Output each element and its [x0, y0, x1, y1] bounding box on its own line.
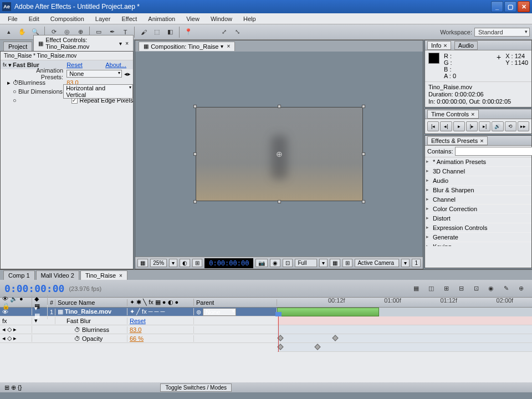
workspace-select[interactable]: Standard: [474, 28, 530, 37]
tab-effect-controls[interactable]: ▦ Effect Controls: Tino_Raise.mov ▾ ×: [33, 35, 134, 51]
menu-composition[interactable]: Composition: [45, 14, 90, 23]
handle-icon[interactable]: [193, 200, 197, 203]
keyframe-track[interactable]: [277, 334, 532, 343]
dropdown-icon[interactable]: ▾: [319, 259, 328, 267]
tab-mallvideo2[interactable]: Mall Video 2: [36, 270, 79, 280]
loop-button[interactable]: ⟲: [505, 121, 516, 131]
fx-icon[interactable]: fx: [3, 62, 8, 68]
nav-arrows-icon[interactable]: ◂▸: [122, 70, 133, 78]
effect-prop-row[interactable]: fx ▾ Fast Blur Reset: [0, 316, 277, 325]
tab-tinoraise[interactable]: Tino_Raise ×: [80, 270, 127, 280]
view-icon[interactable]: ▦: [330, 259, 340, 267]
handle-icon[interactable]: [278, 200, 281, 203]
preset-folder[interactable]: Color Correction: [425, 204, 531, 214]
axis-icon[interactable]: ⤢: [218, 26, 230, 38]
stopwatch-icon[interactable]: ○: [13, 97, 18, 104]
prev-frame-button[interactable]: ◂|: [440, 121, 452, 131]
audio-button[interactable]: 🔊: [492, 121, 503, 131]
hand-icon[interactable]: ✋: [16, 26, 28, 38]
layer-bar-track[interactable]: [277, 316, 532, 325]
disclosure-icon[interactable]: ▸: [7, 79, 13, 86]
tab-info[interactable]: Info×: [427, 41, 451, 50]
tl-icon[interactable]: ✎: [500, 283, 512, 295]
track-row[interactable]: [277, 325, 532, 334]
dropdown-icon[interactable]: ▾: [401, 259, 410, 267]
preset-folder[interactable]: 3D Channel: [425, 167, 531, 176]
contains-input[interactable]: [455, 147, 532, 156]
view-icon[interactable]: ⊞: [342, 259, 352, 267]
menu-view[interactable]: View: [181, 14, 205, 23]
preset-folder[interactable]: Generate: [425, 233, 531, 242]
reset-link[interactable]: Reset: [66, 62, 105, 68]
presets-select[interactable]: None: [66, 70, 122, 78]
close-icon[interactable]: ×: [227, 43, 230, 49]
preset-folder[interactable]: Expression Controls: [425, 223, 531, 233]
close-icon[interactable]: ×: [480, 137, 483, 144]
handle-icon[interactable]: [278, 105, 281, 108]
preset-folder[interactable]: Blur & Sharpen: [425, 186, 531, 195]
disclosure-icon[interactable]: ▾: [8, 62, 13, 69]
current-time[interactable]: 0:00:00:00: [4, 283, 64, 294]
effect-prop-row[interactable]: ◂ ◇ ▸ ⏱ Opacity 66 %: [0, 334, 277, 343]
work-area-bar[interactable]: [277, 308, 532, 316]
close-icon[interactable]: ×: [471, 111, 474, 117]
close-icon[interactable]: ×: [125, 40, 129, 47]
first-frame-button[interactable]: |◂: [427, 121, 439, 131]
next-frame-button[interactable]: |▸: [466, 121, 478, 131]
axis2-icon[interactable]: ⤡: [231, 26, 243, 38]
tl-icon[interactable]: ▦: [410, 283, 422, 295]
stamp-icon[interactable]: ⬚: [151, 26, 163, 38]
layer-row[interactable]: 👁 ▾ ▦ 1 ▦ Tino_Raise.mov ✦ ╱ fx ─ ─ ─ ⊚ …: [0, 308, 277, 316]
tl-icon[interactable]: ◫: [425, 283, 437, 295]
menu-edit[interactable]: Edit: [23, 14, 45, 23]
menu-file[interactable]: File: [2, 14, 23, 23]
tab-time-controls[interactable]: Time Controls×: [427, 110, 479, 119]
preset-folder[interactable]: Audio: [425, 176, 531, 186]
eraser-icon[interactable]: ◧: [164, 26, 176, 38]
layer-bounds[interactable]: ⊕: [196, 107, 363, 201]
preset-folder[interactable]: Channel: [425, 195, 531, 204]
menu-help[interactable]: Help: [238, 14, 262, 23]
timecode-display[interactable]: 0:00:00:00: [204, 258, 253, 268]
menu-layer[interactable]: Layer: [90, 14, 116, 23]
zoom-select[interactable]: 25%: [150, 259, 167, 267]
handle-icon[interactable]: [193, 105, 197, 108]
toggle-switches-button[interactable]: Toggle Switches / Modes: [160, 383, 232, 392]
handle-icon[interactable]: [362, 105, 365, 108]
snapshot-icon[interactable]: 📷: [255, 259, 268, 267]
playhead[interactable]: [278, 316, 279, 352]
ram-preview-button[interactable]: ▸▸: [518, 121, 529, 131]
work-area[interactable]: [277, 308, 379, 316]
region-icon[interactable]: ⊡: [283, 259, 293, 267]
menu-animation[interactable]: Animation: [142, 14, 181, 23]
maximize-button[interactable]: ▢: [504, 1, 516, 12]
close-button[interactable]: ✕: [518, 1, 530, 12]
puppet-icon[interactable]: 📍: [182, 26, 195, 38]
preset-folder[interactable]: Distort: [425, 214, 531, 223]
grid-icon[interactable]: ▦: [137, 259, 148, 267]
tab-comp1[interactable]: Comp 1: [3, 270, 35, 280]
play-button[interactable]: ▸: [453, 121, 465, 131]
tl-icon[interactable]: ⊞: [440, 283, 452, 295]
handle-icon[interactable]: [362, 152, 365, 156]
tab-composition[interactable]: ▦ Composition: Tino_Raise ▾ ×: [139, 42, 235, 51]
tab-project[interactable]: Project: [3, 42, 32, 51]
blurdim-select[interactable]: Horizontal and Vertical: [63, 84, 133, 99]
expand-icon[interactable]: ⊞ ⊕ {}: [4, 384, 22, 391]
about-link[interactable]: About...: [105, 62, 133, 68]
effect-prop-row[interactable]: ◂ ◇ ▸ ⏱ Blurriness 83.0: [0, 325, 277, 334]
handle-icon[interactable]: [362, 200, 365, 203]
res-icon[interactable]: ⊞: [192, 259, 202, 267]
handle-icon[interactable]: [193, 152, 197, 156]
close-icon[interactable]: ×: [119, 273, 122, 279]
channel-icon[interactable]: ◐: [180, 259, 190, 267]
close-icon[interactable]: ×: [443, 42, 447, 49]
preset-folder[interactable]: Keying: [425, 242, 531, 246]
show-icon[interactable]: ◉: [270, 259, 280, 267]
menu-effect[interactable]: Effect: [116, 14, 142, 23]
views-icon[interactable]: 1: [412, 259, 421, 267]
time-ruler[interactable]: 00:12f 01:00f 01:12f 02:00f: [277, 298, 532, 308]
stopwatch-icon[interactable]: ⏱: [13, 79, 18, 86]
tab-effects-presets[interactable]: Effects & Presets×: [427, 136, 488, 145]
brush-icon[interactable]: 🖌: [137, 26, 150, 38]
